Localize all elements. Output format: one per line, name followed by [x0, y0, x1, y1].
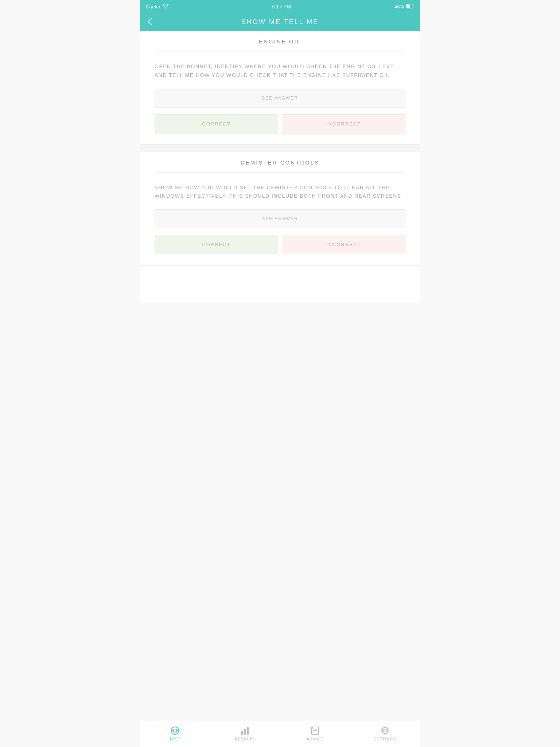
carrier-label: Carrier — [146, 4, 160, 9]
engine-oil-question: OPEN THE BONNET, IDENTIFY WHERE YOU WOUL… — [140, 51, 420, 145]
demister-controls-section: DEMISTER CONTROLS — [140, 152, 420, 166]
battery-icon — [406, 4, 414, 9]
engine-oil-incorrect-button[interactable]: INCORRECT — [282, 114, 405, 133]
demister-controls-correct-button[interactable]: CORRECT — [155, 235, 278, 254]
engine-oil-section: ENGINE OIL — [140, 31, 420, 44]
back-button[interactable] — [147, 18, 152, 27]
engine-oil-answer-buttons: CORRECT INCORRECT — [155, 114, 405, 133]
battery-percent: 46% — [394, 4, 404, 9]
status-time: 5:17 PM — [272, 4, 291, 9]
engine-oil-title: ENGINE OIL — [155, 38, 405, 44]
svg-rect-1 — [407, 4, 410, 8]
demister-controls-see-answer-button[interactable]: SEE ANSWER — [155, 209, 405, 228]
demister-controls-answer-buttons: CORRECT INCORRECT — [155, 235, 405, 254]
header-title: SHOW ME TELL ME — [241, 18, 319, 26]
demister-controls-question-text: SHOW ME HOW YOU WOULD SET THE DEMISTER C… — [155, 183, 405, 201]
status-right: 46% — [394, 4, 414, 9]
main-content: ENGINE OIL OPEN THE BONNET, IDENTIFY WHE… — [140, 31, 420, 302]
wifi-icon — [163, 4, 168, 9]
engine-oil-correct-button[interactable]: CORRECT — [155, 114, 278, 133]
demister-controls-question: SHOW ME HOW YOU WOULD SET THE DEMISTER C… — [140, 173, 420, 266]
demister-controls-title: DEMISTER CONTROLS — [155, 159, 405, 166]
section-spacer-1 — [140, 145, 420, 152]
status-bar: Carrier 5:17 PM 46% — [140, 0, 420, 13]
demister-controls-incorrect-button[interactable]: INCORRECT — [282, 235, 405, 254]
engine-oil-question-text: OPEN THE BONNET, IDENTIFY WHERE YOU WOUL… — [155, 62, 405, 80]
header: SHOW ME TELL ME — [140, 13, 420, 31]
engine-oil-see-answer-button[interactable]: SEE ANSWER — [155, 89, 405, 108]
status-left: Carrier — [146, 4, 168, 9]
